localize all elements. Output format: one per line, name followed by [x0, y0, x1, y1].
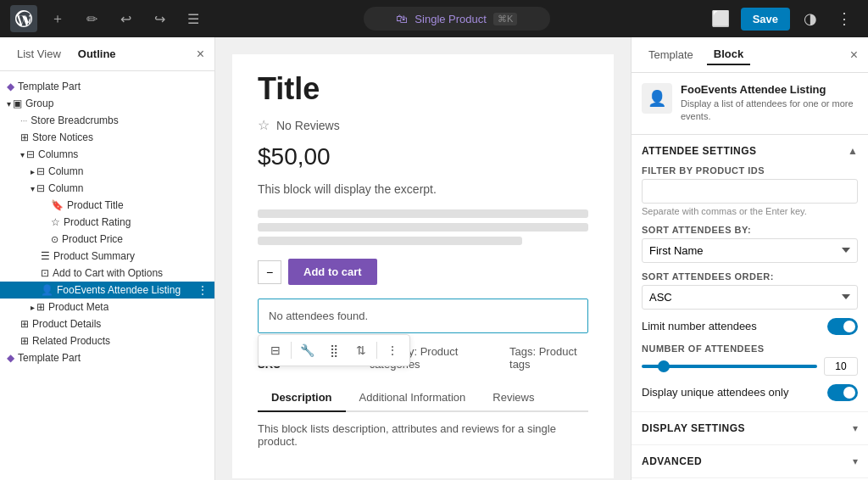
sidebar-close-button[interactable]: ×	[197, 47, 204, 62]
filter-label: FILTER BY PRODUCT IDS	[642, 165, 858, 176]
advanced-chevron: ▾	[853, 455, 858, 467]
right-panel: Template Block × 👤 FooEvents Attendee Li…	[631, 37, 868, 480]
display-settings-chevron: ▾	[853, 422, 858, 434]
attendees-slider[interactable]	[642, 365, 817, 368]
undo-button[interactable]: ↩	[112, 5, 139, 32]
sidebar-item-product-title[interactable]: 🔖 Product Title	[0, 197, 214, 214]
attendee-settings-header[interactable]: Attendee Settings ▲	[642, 145, 858, 157]
wordpress-logo[interactable]	[10, 5, 37, 32]
preview-button[interactable]: ⬜	[707, 5, 734, 32]
product-excerpt-display: This block will display the excerpt.	[258, 182, 588, 196]
tags-display: Tags: Product tags	[509, 345, 588, 371]
product-rating-display: ☆ No Reviews	[258, 117, 588, 133]
product-price-icon: ⊙	[51, 234, 58, 245]
block-desc: Display a list of attendees for one or m…	[681, 98, 858, 124]
tab-list-view[interactable]: List View	[10, 44, 68, 64]
attendees-input[interactable]: 10	[824, 357, 858, 376]
sidebar-item-column-2[interactable]: ▾ ⊟ Column	[0, 180, 214, 197]
save-button[interactable]: Save	[741, 8, 790, 31]
ft-more-button[interactable]: ⋮	[381, 338, 404, 362]
sidebar-item-product-price[interactable]: ⊙ Product Price	[0, 231, 214, 248]
sidebar-item-template-part-top[interactable]: ◆ Template Part	[0, 78, 214, 95]
add-block-button[interactable]: ＋	[44, 5, 71, 32]
attendee-settings-section: Attendee Settings ▲ FILTER BY PRODUCT ID…	[632, 135, 868, 412]
sidebar-item-store-breadcrumbs[interactable]: ··· Store Breadcrumbs	[0, 112, 214, 129]
ft-drag-button[interactable]: 🔧	[295, 338, 319, 362]
attendee-box: No attendees found.	[258, 299, 588, 333]
document-overview-button[interactable]: ☰	[180, 5, 207, 32]
advanced-section[interactable]: Advanced ▾	[632, 445, 868, 478]
column1-chevron[interactable]: ▸	[31, 167, 35, 176]
rp-tab-block[interactable]: Block	[707, 44, 750, 65]
fooevents-label: FooEvents Attendee Listing	[57, 284, 181, 296]
unique-attendees-toggle[interactable]	[827, 384, 858, 401]
column2-icon: ⊟	[36, 182, 45, 194]
sidebar-item-columns[interactable]: ▾ ⊟ Columns	[0, 146, 214, 163]
limit-attendees-row: Limit number attendees	[642, 318, 858, 335]
product-meta-chevron[interactable]: ▸	[31, 303, 35, 312]
topbar-right: ⬜ Save ◑ ⋮	[707, 5, 858, 32]
attendees-row: 10	[642, 357, 858, 376]
tab-outline[interactable]: Outline	[71, 44, 123, 64]
columns-chevron[interactable]: ▾	[20, 150, 25, 159]
attendee-text: No attendees found.	[269, 310, 368, 322]
add-to-cart-button[interactable]: Add to cart	[288, 259, 377, 285]
star-icon: ☆	[258, 117, 270, 133]
sidebar-item-product-meta[interactable]: ▸ ⊞ Product Meta	[0, 299, 214, 315]
tab-reviews[interactable]: Reviews	[479, 384, 548, 412]
ft-divider-1	[291, 342, 292, 359]
tab-description[interactable]: Description	[258, 384, 346, 412]
sidebar-item-product-rating[interactable]: ☆ Product Rating	[0, 214, 214, 231]
sidebar-item-add-to-cart[interactable]: ⊡ Add to Cart with Options	[0, 265, 214, 282]
options-button[interactable]: ⋮	[831, 5, 858, 32]
group-chevron[interactable]: ▾	[7, 99, 11, 109]
right-panel-close[interactable]: ×	[850, 47, 858, 63]
topbar-center: 🛍 Single Product ⌘K	[364, 7, 550, 31]
styles-button[interactable]: ◑	[797, 5, 824, 32]
rp-tab-template[interactable]: Template	[642, 45, 700, 64]
tools-button[interactable]: ✏	[78, 5, 105, 32]
no-reviews-text: No Reviews	[276, 119, 340, 132]
product-meta-icon: ⊞	[36, 301, 45, 313]
sidebar-item-column-1[interactable]: ▸ ⊟ Column	[0, 163, 214, 180]
tab-additional-info[interactable]: Additional Information	[346, 384, 480, 412]
sidebar-item-related-products[interactable]: ⊞ Related Products	[0, 332, 214, 349]
product-title-display: Title	[258, 71, 588, 107]
sidebar-item-product-summary[interactable]: ☰ Product Summary	[0, 248, 214, 265]
unique-attendees-row: Display unique attendees only	[642, 384, 858, 401]
advanced-title: Advanced	[642, 455, 702, 467]
canvas-inner: Title ☆ No Reviews $50,00 This block wil…	[232, 54, 614, 478]
display-settings-section[interactable]: Display Settings ▾	[632, 412, 868, 445]
sort-by-select[interactable]: First Name Last Name Email Date	[642, 238, 858, 263]
product-price-display: $50,00	[258, 143, 588, 170]
limit-attendees-label: Limit number attendees	[642, 320, 757, 332]
column2-chevron[interactable]: ▾	[31, 184, 35, 193]
columns-icon: ⊟	[26, 148, 35, 160]
product-description: This block lists description, attributes…	[258, 422, 588, 448]
ft-move-button[interactable]: ⣿	[322, 338, 346, 362]
sidebar-item-product-details[interactable]: ⊞ Product Details	[0, 315, 214, 332]
sidebar-header: List View Outline ×	[0, 37, 214, 71]
ft-arrows-button[interactable]: ⇅	[349, 338, 373, 362]
filter-input[interactable]	[642, 179, 858, 204]
redo-button[interactable]: ↪	[146, 5, 173, 32]
quantity-decrease-button[interactable]: −	[258, 260, 281, 284]
sort-order-select[interactable]: ASC DESC	[642, 285, 858, 310]
sidebar-item-store-notices[interactable]: ⊞ Store Notices	[0, 129, 214, 146]
right-panel-header: Template Block ×	[632, 37, 868, 73]
unique-attendees-slider	[827, 384, 858, 401]
ft-block-button[interactable]: ⊟	[264, 338, 287, 362]
breadcrumb-pill[interactable]: 🛍 Single Product ⌘K	[364, 7, 550, 31]
breadcrumb-icon: 🛍	[396, 12, 408, 25]
sidebar-item-template-part-bottom[interactable]: ◆ Template Part	[0, 349, 214, 366]
sidebar-item-fooevents[interactable]: 👤 FooEvents Attendee Listing ⋮	[0, 282, 214, 299]
product-tabs: Description Additional Information Revie…	[258, 384, 588, 412]
template-part-bottom-icon: ◆	[7, 352, 14, 364]
main-area: List View Outline × ◆ Template Part ▾ ▣ …	[0, 37, 868, 480]
limit-attendees-slider	[827, 318, 858, 335]
limit-attendees-toggle[interactable]	[827, 318, 858, 335]
placeholder-line-1	[258, 209, 588, 218]
sidebar-tree: ◆ Template Part ▾ ▣ Group ··· Store Brea…	[0, 71, 214, 373]
template-part-icon: ◆	[7, 81, 14, 92]
sidebar-item-group[interactable]: ▾ ▣ Group	[0, 95, 214, 112]
